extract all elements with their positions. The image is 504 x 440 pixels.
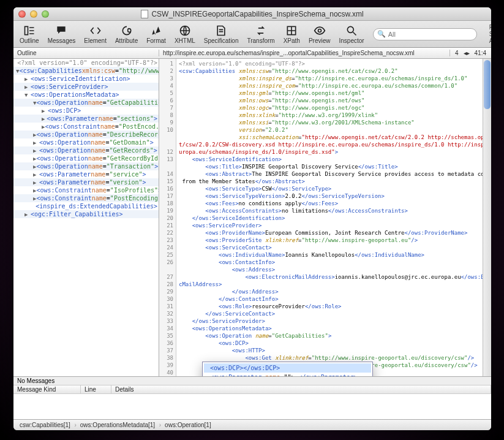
svg-rect-0 bbox=[24, 26, 28, 34]
disclosure-icon[interactable]: ▼ bbox=[24, 92, 31, 98]
transform-icon bbox=[254, 25, 268, 37]
disclosure-icon[interactable]: ▶ bbox=[24, 211, 31, 218]
outline-row[interactable]: <?xml version="1.0" encoding="UTF-8"?> bbox=[13, 59, 159, 67]
breadcrumb-item[interactable]: csw:Capabilities[1] bbox=[16, 422, 77, 428]
cursor-position: 4◂▸41:4 bbox=[449, 50, 491, 56]
outline-row[interactable]: <inspire_ds:ExtendedCapabilities> bbox=[13, 202, 159, 210]
breadcrumb-item[interactable]: ows:OperationsMetadata[1] bbox=[77, 422, 161, 428]
inspector-icon bbox=[344, 25, 359, 37]
traffic-lights bbox=[18, 10, 49, 18]
autocomplete-item[interactable]: <ows:DCP></ows:DCP> bbox=[204, 363, 371, 373]
outline-row[interactable]: ▶<ows:Constraint name="PostEncod... bbox=[13, 123, 159, 131]
tool-outline[interactable]: Outline bbox=[20, 25, 39, 44]
svg-line-12 bbox=[353, 32, 356, 35]
tool-specification[interactable]: Specification bbox=[204, 25, 239, 44]
messages-title: No Messages bbox=[13, 377, 491, 385]
tool-messages[interactable]: Messages bbox=[48, 25, 76, 44]
tool-element[interactable]: Element bbox=[84, 25, 107, 44]
outline-tree[interactable]: <?xml version="1.0" encoding="UTF-8"?>▼<… bbox=[13, 59, 159, 376]
element-icon bbox=[88, 25, 103, 37]
outline-label: Outline bbox=[13, 50, 159, 56]
breadcrumb-item[interactable]: ows:Operation[1] bbox=[161, 422, 217, 428]
preview-icon bbox=[312, 25, 327, 37]
outline-row[interactable]: ▶<ows:DCP> bbox=[13, 107, 159, 115]
disclosure-icon[interactable]: ▶ bbox=[42, 116, 47, 122]
scrollbar[interactable] bbox=[483, 59, 491, 376]
xhtml-icon bbox=[178, 25, 192, 37]
disclosure-icon[interactable]: ▶ bbox=[33, 140, 39, 146]
breadcrumb[interactable]: csw:Capabilities[1]ows:OperationsMetadat… bbox=[13, 419, 491, 430]
outline-row[interactable]: ▼<csw:Capabilities xmlns:csw="http://www… bbox=[13, 67, 159, 75]
infobar: Outline http://inspire.ec.europa.eu/sche… bbox=[13, 48, 491, 59]
disclosure-icon[interactable]: ▶ bbox=[33, 180, 39, 186]
regex-label: Regex Search All bbox=[489, 24, 491, 44]
outline-row[interactable]: ▶<ows:Parameter name="version"> bbox=[13, 178, 159, 186]
outline-row[interactable]: ▶<ows:Parameter name="sections"> bbox=[13, 115, 159, 123]
outline-row[interactable]: ▶<ows:ServiceProvider> bbox=[13, 83, 159, 91]
messages-columns: Message Kind Line Details bbox=[13, 385, 491, 394]
outline-row[interactable]: ▶<ows:Operation name="GetDomain"> bbox=[13, 138, 159, 146]
format-icon bbox=[149, 25, 164, 37]
xpath-icon bbox=[284, 25, 299, 37]
tool-attribute[interactable]: Attribute bbox=[115, 25, 138, 44]
zoom-icon[interactable] bbox=[42, 10, 49, 18]
scrollbar-thumb[interactable] bbox=[484, 60, 491, 109]
specification-icon bbox=[214, 25, 228, 37]
minimize-icon[interactable] bbox=[30, 10, 37, 18]
outline-row[interactable]: ▶<ows:Constraint name="IsoProfiles"> bbox=[13, 186, 159, 194]
search-input[interactable] bbox=[388, 31, 473, 38]
titlebar[interactable]: CSW_INSPIREGeoportalCapabilities_Inspire… bbox=[13, 7, 491, 21]
search-icon: 🔍 bbox=[377, 30, 386, 38]
close-icon[interactable] bbox=[18, 10, 26, 18]
outline-row[interactable]: ▶<ows:ServiceIdentification> bbox=[13, 75, 159, 83]
document-icon bbox=[141, 10, 148, 18]
autocomplete-item[interactable]: <ows:Parameter name=""> </ows:Parameter> bbox=[204, 373, 371, 376]
outline-row[interactable]: ▶<ows:Parameter name="service"> bbox=[13, 170, 159, 178]
messages-icon bbox=[54, 25, 69, 37]
outline-row[interactable]: ▼<ows:Operation name="GetCapabilities"> bbox=[13, 99, 159, 107]
disclosure-icon[interactable]: ▶ bbox=[24, 84, 31, 90]
line-gutter: 1 2 3 4 5 6 7 8 9 10 12 13 14 15 16 17 1… bbox=[159, 59, 176, 376]
tool-format[interactable]: Format bbox=[146, 25, 166, 44]
content-area: <?xml version="1.0" encoding="UTF-8"?>▼<… bbox=[13, 59, 491, 376]
disclosure-icon[interactable]: ▶ bbox=[24, 76, 31, 82]
outline-row[interactable]: ▶<ows:Operation name="GetRecords"> bbox=[13, 146, 159, 154]
document-url[interactable]: http://inspire.ec.europa.eu/schemas/insp… bbox=[159, 50, 449, 56]
outline-row[interactable]: ▶<ows:Operation name="GetRecordById"> bbox=[13, 154, 159, 162]
outline-row[interactable]: ▶<ows:Operation name="Transaction"> bbox=[13, 162, 159, 170]
outline-row[interactable]: ▶<ogc:Filter_Capabilities> bbox=[13, 210, 159, 218]
svg-point-11 bbox=[347, 26, 353, 32]
search-box[interactable]: 🔍 bbox=[373, 28, 477, 40]
outline-row[interactable]: ▶<ows:Constraint name="PostEncoding"> bbox=[13, 194, 159, 202]
messages-panel: No Messages Message Kind Line Details bbox=[13, 376, 491, 419]
toolbar: OutlineMessagesElementAttributeFormatXHT… bbox=[13, 21, 491, 48]
tool-transform[interactable]: Transform bbox=[247, 25, 274, 44]
tool-inspector[interactable]: Inspector bbox=[339, 25, 364, 44]
autocomplete-popup[interactable]: <ows:DCP></ows:DCP><ows:Parameter name="… bbox=[202, 362, 373, 376]
window-title: CSW_INSPIREGeoportalCapabilities_Inspire… bbox=[13, 10, 491, 18]
app-window: CSW_INSPIREGeoportalCapabilities_Inspire… bbox=[13, 7, 491, 430]
attribute-icon bbox=[119, 25, 134, 37]
tool-xpath[interactable]: XPath bbox=[284, 25, 300, 44]
code-area[interactable]: <?xml version="1.0" encoding="UTF-8"?> <… bbox=[176, 59, 491, 376]
outline-row[interactable]: ▼<ows:OperationsMetadata> bbox=[13, 91, 159, 99]
disclosure-icon[interactable]: ▶ bbox=[42, 108, 48, 114]
disclosure-icon[interactable]: ▶ bbox=[33, 148, 39, 154]
outline-icon bbox=[22, 25, 37, 37]
messages-body bbox=[13, 394, 491, 419]
tool-xhtml[interactable]: XHTML bbox=[175, 25, 195, 44]
code-editor[interactable]: 1 2 3 4 5 6 7 8 9 10 12 13 14 15 16 17 1… bbox=[159, 59, 491, 376]
svg-point-10 bbox=[318, 29, 321, 32]
tool-preview[interactable]: Preview bbox=[309, 25, 331, 44]
outline-row[interactable]: ▶<ows:Operation name="DescribeRecord"> bbox=[13, 131, 159, 138]
disclosure-icon[interactable]: ▶ bbox=[33, 172, 39, 178]
